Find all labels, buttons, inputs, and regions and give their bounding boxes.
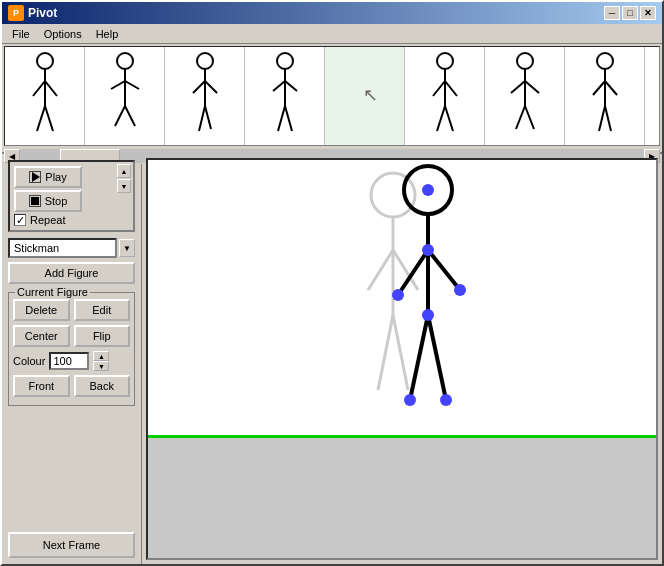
center-flip-row: Center Flip [13, 325, 130, 347]
svg-line-41 [599, 106, 605, 131]
svg-line-8 [111, 81, 125, 89]
svg-line-3 [45, 81, 57, 96]
play-icon [29, 171, 41, 183]
svg-line-47 [378, 315, 393, 390]
current-figure-group: Current Figure Delete Edit Center Flip [8, 292, 135, 406]
figure-dropdown[interactable]: Stickman [8, 238, 117, 258]
svg-line-39 [593, 81, 605, 95]
svg-line-15 [205, 81, 217, 93]
svg-line-45 [368, 250, 393, 290]
edit-button[interactable]: Edit [74, 299, 131, 321]
svg-line-22 [278, 106, 285, 131]
menubar: File Options Help [2, 24, 662, 44]
delete-button[interactable]: Delete [13, 299, 70, 321]
add-figure-button[interactable]: Add Figure [8, 262, 135, 284]
svg-text:↖: ↖ [363, 85, 378, 105]
app-icon: P [8, 5, 24, 21]
titlebar-buttons: ─ □ ✕ [604, 6, 656, 20]
colour-value: 100 [53, 355, 71, 367]
stop-square-icon [31, 197, 39, 205]
left-foot-joint [404, 394, 416, 406]
svg-line-35 [516, 106, 525, 129]
left-panel: ▲ ▼ Play Stop ✓ Repeat [2, 154, 142, 564]
menu-options[interactable]: Options [38, 26, 88, 42]
right-hand-joint [454, 284, 466, 296]
close-button[interactable]: ✕ [640, 6, 656, 20]
restore-button[interactable]: □ [622, 6, 638, 20]
speed-down-btn[interactable]: ▼ [117, 179, 131, 193]
edit-label: Edit [92, 304, 111, 316]
figure-value: Stickman [14, 242, 59, 254]
colour-input[interactable]: 100 [49, 352, 89, 370]
svg-line-34 [525, 81, 539, 93]
next-frame-button[interactable]: Next Frame [8, 532, 135, 558]
frame-cell[interactable] [485, 47, 565, 145]
svg-line-52 [428, 250, 460, 290]
frame-cell[interactable] [245, 47, 325, 145]
svg-line-20 [273, 81, 285, 91]
svg-point-25 [437, 53, 453, 69]
colour-down-btn[interactable]: ▼ [93, 361, 109, 371]
svg-line-21 [285, 81, 297, 91]
canvas-background [148, 160, 656, 558]
svg-line-10 [115, 106, 125, 126]
frame-cell[interactable] [565, 47, 645, 145]
menu-help[interactable]: Help [90, 26, 125, 42]
stop-button[interactable]: Stop [14, 190, 82, 212]
svg-line-27 [433, 81, 445, 96]
svg-line-2 [33, 81, 45, 96]
svg-point-0 [37, 53, 53, 69]
titlebar: P Pivot ─ □ ✕ [2, 2, 662, 24]
stickman-figure [338, 160, 498, 440]
play-label: Play [45, 171, 66, 183]
svg-line-54 [428, 315, 446, 400]
svg-line-23 [285, 106, 292, 131]
canvas-area[interactable] [146, 158, 658, 560]
flip-button[interactable]: Flip [74, 325, 131, 347]
back-button[interactable]: Back [74, 375, 131, 397]
frame-strip: ↖ [4, 46, 660, 146]
frame-cell[interactable] [85, 47, 165, 145]
frame-cell[interactable] [165, 47, 245, 145]
head-joint [422, 184, 434, 196]
repeat-row: ✓ Repeat [14, 214, 129, 226]
figure-select-row: Stickman ▼ [8, 238, 135, 258]
repeat-label: Repeat [30, 214, 65, 226]
play-triangle-icon [32, 172, 40, 182]
front-button[interactable]: Front [13, 375, 70, 397]
svg-line-14 [193, 81, 205, 93]
menu-file[interactable]: File [6, 26, 36, 42]
speed-up-btn[interactable]: ▲ [117, 164, 131, 178]
svg-line-17 [205, 106, 211, 129]
main-area: ▲ ▼ Play Stop ✓ Repeat [2, 154, 662, 564]
frame-strip-container: ↖ [2, 44, 662, 154]
svg-line-16 [199, 106, 205, 131]
play-button[interactable]: Play [14, 166, 82, 188]
canvas-bottom [148, 438, 656, 558]
svg-line-11 [125, 106, 135, 126]
svg-line-48 [393, 315, 408, 390]
repeat-checkbox[interactable]: ✓ [14, 214, 26, 226]
dropdown-arrow-icon[interactable]: ▼ [119, 239, 135, 257]
center-button[interactable]: Center [13, 325, 70, 347]
flip-label: Flip [93, 330, 111, 342]
minimize-button[interactable]: ─ [604, 6, 620, 20]
stop-label: Stop [45, 195, 68, 207]
left-hand-joint [392, 289, 404, 301]
frame-cell-selected[interactable]: ↖ [325, 47, 405, 145]
svg-point-37 [597, 53, 613, 69]
frame-cell[interactable] [405, 47, 485, 145]
playback-controls: ▲ ▼ Play Stop ✓ Repeat [8, 160, 135, 232]
hip-joint [422, 309, 434, 321]
frame-cell[interactable] [5, 47, 85, 145]
svg-point-6 [117, 53, 133, 69]
add-figure-label: Add Figure [45, 267, 99, 279]
window-title: Pivot [28, 6, 57, 20]
svg-line-53 [410, 315, 428, 400]
stop-icon [29, 195, 41, 207]
speed-spinner: ▲ ▼ [117, 164, 131, 193]
colour-up-btn[interactable]: ▲ [93, 351, 109, 361]
colour-spinner: ▲ ▼ [93, 351, 109, 371]
svg-line-5 [45, 106, 53, 131]
svg-line-36 [525, 106, 534, 129]
